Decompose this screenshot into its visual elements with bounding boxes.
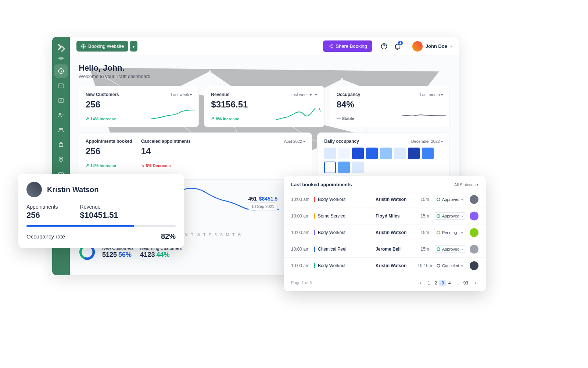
- appointment-row[interactable]: 10:00 am Some Service Floyd Miles 15m Ap…: [284, 208, 486, 224]
- share-booking-label: Share Booking: [336, 43, 367, 49]
- nav-store[interactable]: [54, 138, 68, 151]
- svg-point-3: [60, 113, 61, 115]
- chevron-down-icon: ▾: [133, 45, 135, 49]
- last-booked-appointments-panel: Last booked appointments All Statuses▾ 1…: [284, 176, 486, 291]
- nav-calendar[interactable]: [54, 79, 68, 92]
- heatmap-cell[interactable]: [422, 148, 434, 159]
- page-number[interactable]: ...: [453, 280, 461, 286]
- card-title: Occupancy: [337, 92, 361, 97]
- chevron-down-icon: ▾: [310, 93, 312, 97]
- user-menu[interactable]: John Doe ▾: [408, 41, 452, 52]
- status-dropdown[interactable]: Canceled▾: [434, 262, 466, 269]
- pagination: ‹ 1234...99 ›: [417, 279, 478, 286]
- trend-indicator: ↘5% Decrease: [141, 163, 305, 168]
- page-next[interactable]: ›: [473, 279, 478, 286]
- booking-website-button[interactable]: Booking Website: [76, 41, 128, 52]
- status-filter-dropdown[interactable]: All Statuses▾: [454, 183, 478, 187]
- appointments-value: 256: [26, 210, 58, 220]
- status-dropdown[interactable]: Approved▾: [434, 245, 466, 253]
- period-dropdown[interactable]: Last month▾: [420, 92, 443, 97]
- trend-stable-icon: —: [337, 116, 341, 121]
- greeting-subtitle: Welcome to your Trafft dashboard.: [79, 74, 450, 79]
- staff-avatar: [26, 182, 42, 197]
- page-info: Page 1 of 3: [291, 280, 312, 285]
- heatmap-cell[interactable]: [380, 148, 392, 159]
- sparkline: [402, 108, 446, 123]
- chevron-down-icon: ▾: [441, 139, 443, 144]
- occupancy-heatmap: [324, 148, 443, 173]
- status-dropdown[interactable]: Pending▾: [434, 229, 466, 236]
- nav-services[interactable]: [54, 109, 68, 122]
- chevron-down-icon: ▾: [303, 139, 305, 144]
- card-title: New Customers: [86, 92, 119, 97]
- page-number[interactable]: 3: [439, 280, 446, 286]
- page-number[interactable]: 4: [446, 280, 453, 286]
- appt-service: Body Workout: [314, 230, 376, 235]
- appt-service: Body Workout: [314, 263, 376, 268]
- heatmap-cell[interactable]: [338, 148, 350, 159]
- appointment-row[interactable]: 10:00 am Body Workout Kristin Watson 1h …: [284, 257, 486, 274]
- share-booking-button[interactable]: Share Booking: [323, 40, 372, 52]
- appt-time: 10:00 am: [291, 247, 314, 252]
- appointment-row[interactable]: 10:00 am Body Workout Kristin Watson 15m…: [284, 191, 486, 208]
- heatmap-cell[interactable]: [352, 148, 364, 159]
- page-number[interactable]: 2: [433, 280, 440, 286]
- notification-count: 1: [398, 41, 403, 45]
- heatmap-cell[interactable]: [394, 148, 406, 159]
- booking-website-dropdown[interactable]: ▾: [130, 41, 137, 52]
- card-title: Appointments booked: [86, 139, 132, 144]
- appt-duration: 15m: [416, 230, 434, 235]
- appt-duration: 15m: [416, 197, 434, 202]
- heatmap-cell[interactable]: [352, 162, 364, 173]
- heatmap-cell[interactable]: [324, 162, 336, 173]
- svg-point-4: [59, 128, 61, 130]
- appt-avatar: [470, 245, 478, 254]
- notifications-button[interactable]: 1: [391, 40, 404, 53]
- period-dropdown[interactable]: December 2022▾: [411, 139, 443, 144]
- status-dropdown[interactable]: Approved▾: [434, 196, 466, 203]
- chevron-down-icon: ▾: [477, 183, 478, 187]
- topbar: Booking Website ▾ Share Booking 1 John D…: [70, 37, 459, 56]
- chevron-down-icon: ▾: [441, 93, 443, 97]
- app-logo-icon: [56, 43, 66, 53]
- globe-icon: [81, 44, 86, 49]
- period-dropdown[interactable]: April 2022▾: [284, 139, 305, 144]
- heatmap-cell[interactable]: [324, 148, 336, 159]
- new-customers-card: New Customers Last week▾ 256 ↗14% Increa…: [79, 86, 199, 127]
- heatmap-cell[interactable]: [408, 148, 420, 159]
- appt-customer: Kristin Watson: [376, 197, 416, 202]
- occupancy-value: 82%: [161, 232, 176, 241]
- period-dropdown[interactable]: Last week▾: [171, 92, 192, 97]
- heatmap-cell[interactable]: [338, 162, 350, 173]
- trend-down-icon: ↘: [141, 163, 144, 168]
- nav-customers[interactable]: [54, 123, 68, 137]
- appt-time: 10:00 am: [291, 213, 314, 219]
- nav-dashboard[interactable]: [54, 64, 68, 78]
- heatmap-cell[interactable]: [366, 148, 378, 159]
- user-avatar: [412, 41, 423, 52]
- help-button[interactable]: [377, 40, 391, 53]
- share-icon: [328, 44, 333, 49]
- page-number[interactable]: 99: [461, 280, 470, 286]
- page-prev[interactable]: ‹: [417, 279, 423, 286]
- occupancy-label: Occupancy rate: [26, 233, 65, 240]
- page-number[interactable]: 1: [426, 280, 433, 286]
- period-dropdown[interactable]: Last week▾✦: [290, 92, 318, 97]
- sidebar-collapse-toggle[interactable]: ◀ ▶: [58, 56, 65, 60]
- svg-point-11: [329, 46, 330, 46]
- star-icon[interactable]: ✦: [314, 92, 318, 97]
- status-dropdown[interactable]: Approved▾: [434, 212, 466, 220]
- nav-locations[interactable]: [54, 153, 68, 166]
- appointment-row[interactable]: 10:00 am Chemical Peel Jerome Bell 15m A…: [284, 241, 486, 257]
- trend-up-icon: ↗: [86, 163, 89, 168]
- chart-tooltip: 451$8451.5 10 Sep 2021: [248, 196, 277, 210]
- stat-value: 256: [86, 146, 132, 156]
- card-title: Canceled appointments: [141, 139, 191, 144]
- appointment-row[interactable]: 10:00 am Body Workout Kristin Watson 15m…: [284, 224, 486, 241]
- staff-name: Kristin Watson: [47, 185, 98, 194]
- nav-checklist[interactable]: [54, 94, 68, 107]
- occupancy-card: Occupancy Last month▾ 84% —Stable: [330, 86, 450, 127]
- card-title: Daily occupancy: [324, 139, 359, 144]
- revenue-card: Revenue Last week▾✦ $3156.51 ↗8% Increas…: [204, 86, 324, 127]
- appt-service: Some Service: [314, 213, 376, 219]
